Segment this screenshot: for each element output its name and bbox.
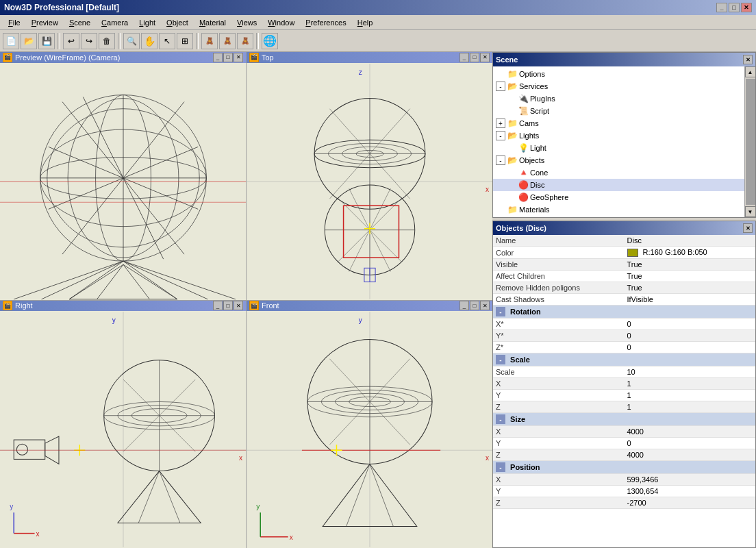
rotation-label: Rotation bbox=[510, 308, 541, 316]
zoom-button[interactable]: 🔍 bbox=[123, 33, 140, 49]
tree-expand-lights[interactable]: - bbox=[496, 131, 505, 140]
menu-preferences[interactable]: Preferences bbox=[300, 17, 351, 28]
prop-val-rz[interactable]: 0 bbox=[625, 342, 756, 353]
prop-val-scale[interactable]: 10 bbox=[625, 366, 756, 378]
scroll-down[interactable]: ▼ bbox=[745, 206, 756, 217]
vp-top-close[interactable]: ✕ bbox=[480, 53, 490, 62]
prop-val-ry[interactable]: 0 bbox=[625, 330, 756, 342]
prop-val-sx[interactable]: 1 bbox=[625, 378, 756, 390]
tree-expand-services[interactable]: - bbox=[496, 82, 505, 91]
svg-text:y: y bbox=[112, 316, 116, 324]
viewport-top-canvas[interactable]: x z bbox=[247, 63, 492, 300]
prop-val-visible[interactable]: True bbox=[625, 259, 756, 271]
viewport-preview-label: Preview (WireFrame) (Camera) bbox=[15, 53, 120, 62]
save-button[interactable]: 💾 bbox=[38, 33, 55, 49]
prop-val-sz[interactable]: 1 bbox=[625, 401, 756, 413]
menu-window[interactable]: Window bbox=[262, 17, 300, 28]
vp-right-close[interactable]: ✕ bbox=[234, 301, 243, 310]
svg-line-60 bbox=[138, 471, 159, 523]
prop-val-posy[interactable]: 1300,654 bbox=[625, 486, 756, 497]
viewport-right-canvas[interactable]: x y x y bbox=[0, 311, 246, 548]
globe-button[interactable]: 🌐 bbox=[262, 33, 278, 49]
tree-item-geosphere[interactable]: 🔴 GeoSphere bbox=[493, 191, 744, 203]
tree-item-options[interactable]: 📁 Options bbox=[493, 68, 744, 80]
scroll-thumb[interactable] bbox=[746, 79, 755, 205]
menu-camera[interactable]: Camera bbox=[96, 17, 134, 28]
prop-val-name[interactable]: Disc bbox=[625, 235, 756, 247]
menu-help[interactable]: Help bbox=[352, 17, 379, 28]
prop-val-color[interactable]: R:160 G:160 B:050 bbox=[625, 247, 756, 259]
prop-val-posx[interactable]: 599,3466 bbox=[625, 474, 756, 486]
tree-item-plugins[interactable]: 🔌 PlugIns bbox=[493, 92, 744, 105]
menu-scene[interactable]: Scene bbox=[64, 17, 96, 28]
tree-label-options: Options bbox=[519, 70, 545, 78]
minimize-button[interactable]: _ bbox=[716, 3, 727, 12]
scroll-up[interactable]: ▲ bbox=[745, 66, 756, 77]
new-button[interactable]: 📄 bbox=[3, 33, 19, 49]
open-button[interactable]: 📂 bbox=[21, 33, 37, 49]
prop-val-sizey[interactable]: 0 bbox=[625, 438, 756, 449]
prop-val-sizex[interactable]: 4000 bbox=[625, 426, 756, 438]
pan-button[interactable]: ✋ bbox=[141, 33, 158, 49]
prop-key-sizey: Y bbox=[493, 438, 625, 449]
tree-item-services[interactable]: - 📂 Services bbox=[493, 80, 744, 92]
tree-expand-objects[interactable]: - bbox=[496, 155, 505, 165]
scale-collapse[interactable]: - bbox=[496, 355, 505, 364]
tree-item-disc[interactable]: 🔴 Disc bbox=[493, 179, 744, 191]
prop-row-scale: Scale 10 bbox=[493, 366, 755, 378]
tree-expand-cams[interactable]: + bbox=[496, 119, 505, 128]
vp-top-min[interactable]: _ bbox=[459, 53, 469, 62]
vp-preview-min[interactable]: _ bbox=[213, 53, 223, 62]
close-button[interactable]: ✕ bbox=[741, 3, 752, 12]
vp-preview-max[interactable]: □ bbox=[223, 53, 233, 62]
rotation-collapse[interactable]: - bbox=[496, 307, 505, 316]
select-button[interactable]: ↖ bbox=[159, 33, 175, 49]
vp-right-max[interactable]: □ bbox=[223, 301, 233, 310]
redo-button[interactable]: ↪ bbox=[81, 33, 97, 49]
obj1-button[interactable]: 🧸 bbox=[201, 33, 218, 49]
color-swatch[interactable] bbox=[627, 249, 638, 257]
vp-front-min[interactable]: _ bbox=[459, 301, 469, 310]
prop-val-posz[interactable]: -2700 bbox=[625, 497, 756, 509]
menu-views[interactable]: Views bbox=[231, 17, 262, 28]
prop-val-sy[interactable]: 1 bbox=[625, 390, 756, 401]
maximize-button[interactable]: □ bbox=[729, 3, 740, 12]
menu-preview[interactable]: Preview bbox=[26, 17, 64, 28]
tree-item-objects[interactable]: - 📂 Objects bbox=[493, 154, 744, 166]
prop-key-ry: Y* bbox=[493, 330, 625, 342]
prop-val-rx[interactable]: 0 bbox=[625, 319, 756, 330]
menu-light[interactable]: Light bbox=[134, 17, 161, 28]
obj2-button[interactable]: 🧸 bbox=[219, 33, 236, 49]
vp-top-max[interactable]: □ bbox=[470, 53, 479, 62]
undo-button[interactable]: ↩ bbox=[63, 33, 79, 49]
scene-close-button[interactable]: ✕ bbox=[743, 55, 753, 64]
vp-preview-close[interactable]: ✕ bbox=[234, 53, 243, 62]
vp-front-close[interactable]: ✕ bbox=[480, 301, 490, 310]
tree-item-script[interactable]: 📜 Script bbox=[493, 105, 744, 117]
menu-file[interactable]: File bbox=[3, 17, 26, 28]
preview-svg bbox=[0, 63, 246, 300]
viewport-front-canvas[interactable]: x y x y bbox=[247, 311, 492, 548]
tree-item-lights[interactable]: - 📂 Lights bbox=[493, 129, 744, 142]
tree-item-light[interactable]: 💡 Light bbox=[493, 142, 744, 154]
menu-material[interactable]: Material bbox=[194, 17, 231, 28]
scene-scrollbar[interactable]: ▲ ▼ bbox=[744, 66, 755, 217]
viewport-preview-canvas[interactable] bbox=[0, 63, 246, 300]
tree-item-materials[interactable]: 📁 Materials bbox=[493, 203, 744, 216]
obj3-button[interactable]: 🧸 bbox=[237, 33, 253, 49]
prop-val-shadows[interactable]: IfVisible bbox=[625, 294, 756, 306]
prop-val-affect[interactable]: True bbox=[625, 271, 756, 282]
viewport-front-title: 🎬 Front bbox=[249, 301, 279, 310]
vp-front-max[interactable]: □ bbox=[470, 301, 479, 310]
grid-button[interactable]: ⊞ bbox=[177, 33, 193, 49]
vp-right-min[interactable]: _ bbox=[213, 301, 223, 310]
prop-val-hidden[interactable]: True bbox=[625, 282, 756, 294]
tree-item-cone[interactable]: 🔺 Cone bbox=[493, 166, 744, 179]
prop-val-sizez[interactable]: 4000 bbox=[625, 449, 756, 461]
delete-button[interactable]: 🗑 bbox=[99, 33, 115, 49]
position-collapse[interactable]: - bbox=[496, 462, 505, 472]
size-collapse[interactable]: - bbox=[496, 414, 505, 424]
menu-object[interactable]: Object bbox=[161, 17, 194, 28]
tree-item-cams[interactable]: + 📁 Cams bbox=[493, 117, 744, 129]
objects-close-button[interactable]: ✕ bbox=[743, 223, 753, 233]
